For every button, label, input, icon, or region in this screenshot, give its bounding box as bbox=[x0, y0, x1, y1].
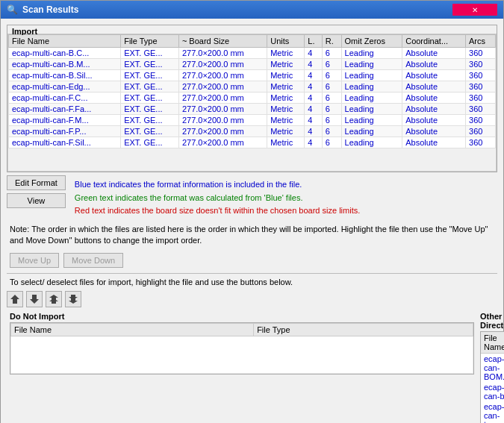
import-group: Import File Name File Type ~ Board Size … bbox=[7, 25, 497, 172]
move-to-import-button[interactable] bbox=[26, 291, 43, 307]
legend-red-text: Red text indicates the board size doesn'… bbox=[75, 204, 360, 218]
col-r: R. bbox=[322, 35, 341, 48]
move-all-to-import-button[interactable] bbox=[65, 291, 81, 307]
table-row[interactable]: ecap-multi-can-B.Sil...EXT. GE...277.0×2… bbox=[9, 70, 496, 81]
col-filename: File Name bbox=[9, 35, 121, 48]
edit-format-button[interactable]: Edit Format bbox=[7, 175, 66, 190]
do-not-import-section: Do Not Import File Name File Type bbox=[10, 312, 474, 375]
view-button[interactable]: View bbox=[7, 193, 66, 208]
other-files-section: Other Files Found In Directory File Name… bbox=[480, 312, 504, 423]
table-row[interactable]: ecap-multi-can-Edg...EXT. GE...277.0×200… bbox=[9, 81, 496, 93]
window-icon: 🔍 bbox=[7, 4, 18, 15]
close-button[interactable]: ✕ bbox=[452, 4, 497, 16]
dni-col-filetype: File Type bbox=[254, 323, 473, 336]
table-row[interactable]: ecap-multi-can-F.P...EXT. GE...277.0×200… bbox=[9, 126, 496, 137]
svg-marker-3 bbox=[49, 298, 58, 304]
bottom-section: Do Not Import File Name File Type bbox=[7, 309, 497, 423]
col-coordinate: Coordinat... bbox=[402, 35, 466, 48]
svg-marker-1 bbox=[30, 295, 39, 304]
legend-green-text: Green text indicates the format was calc… bbox=[75, 192, 360, 205]
table-row[interactable]: ecap-multi-can-F.Sil...EXT. GE...277.0×2… bbox=[9, 137, 496, 148]
table-row[interactable]: ecap-multi-can-B.M...EXT. GE...277.0×200… bbox=[9, 59, 496, 70]
other-files-content: File Name ▼ ecap-multi-can-BOM....ecap-m… bbox=[480, 331, 504, 423]
move-btn-row: Move Up Move Down bbox=[7, 250, 497, 271]
legend-blue-text: Blue text indicates the format informati… bbox=[75, 178, 360, 192]
other-files-label: Other Files Found In Directory bbox=[480, 312, 504, 330]
other-files-col-label: File Name bbox=[484, 333, 504, 351]
col-arcs: Arcs bbox=[466, 35, 496, 48]
other-files-list[interactable]: File Name ▼ ecap-multi-can-BOM....ecap-m… bbox=[480, 331, 504, 423]
svg-marker-5 bbox=[69, 295, 78, 300]
window-title: Scan Results bbox=[22, 4, 78, 15]
move-down-button[interactable]: Move Down bbox=[63, 253, 123, 268]
move-to-dni-button[interactable] bbox=[7, 291, 23, 307]
other-files-items: ecap-multi-can-BOM....ecap-multi-can-bot… bbox=[481, 354, 504, 423]
legend-section: Blue text indicates the format informati… bbox=[72, 175, 363, 219]
col-boardsize: ~ Board Size bbox=[178, 35, 267, 48]
title-bar: 🔍 Scan Results ✕ bbox=[1, 1, 503, 19]
move-up-button[interactable]: Move Up bbox=[10, 253, 59, 268]
note-section: Note: The order in which the files are l… bbox=[7, 222, 497, 250]
col-filetype: File Type bbox=[121, 35, 179, 48]
do-not-import-table: File Name File Type bbox=[10, 323, 473, 374]
dni-col-filename: File Name bbox=[11, 323, 254, 336]
select-text: To select/ deselect files for import, hi… bbox=[7, 276, 497, 289]
edit-legend-row: Edit Format View Blue text indicates the… bbox=[7, 175, 497, 219]
col-omitzeros: Omit Zeros bbox=[341, 35, 402, 48]
other-files-header: File Name ▼ bbox=[481, 332, 504, 354]
list-item[interactable]: ecap-multi-can-BOM.... bbox=[481, 354, 504, 382]
table-row[interactable]: ecap-multi-can-B.C...EXT. GE...277.0×200… bbox=[9, 48, 496, 59]
main-window: 🔍 Scan Results ✕ Import File Name File T… bbox=[0, 0, 504, 423]
edit-view-btns: Edit Format View bbox=[7, 175, 66, 208]
do-not-import-tbody bbox=[11, 336, 473, 373]
title-bar-left: 🔍 Scan Results bbox=[7, 4, 78, 15]
do-not-import-label: Do Not Import bbox=[10, 312, 474, 321]
import-table-wrapper[interactable]: File Name File Type ~ Board Size Units L… bbox=[7, 34, 497, 172]
list-item[interactable]: ecap-multi-can-botto... bbox=[481, 382, 504, 401]
table-row[interactable]: ecap-multi-can-F.Fa...EXT. GE...277.0×20… bbox=[9, 104, 496, 115]
table-row[interactable]: ecap-multi-can-F.M...EXT. GE...277.0×200… bbox=[9, 115, 496, 126]
col-units: Units bbox=[267, 35, 305, 48]
do-not-import-box[interactable]: File Name File Type bbox=[10, 322, 474, 375]
arrow-row bbox=[7, 289, 497, 309]
col-l: L. bbox=[305, 35, 322, 48]
move-all-to-dni-button[interactable] bbox=[46, 291, 62, 307]
list-item[interactable]: ecap-multi-can-top.pos bbox=[481, 401, 504, 423]
svg-marker-0 bbox=[10, 295, 19, 304]
table-row[interactable]: ecap-multi-can-F.C...EXT. GE...277.0×200… bbox=[9, 93, 496, 104]
import-table: File Name File Type ~ Board Size Units L… bbox=[8, 34, 496, 148]
window-body: Import File Name File Type ~ Board Size … bbox=[1, 19, 503, 423]
